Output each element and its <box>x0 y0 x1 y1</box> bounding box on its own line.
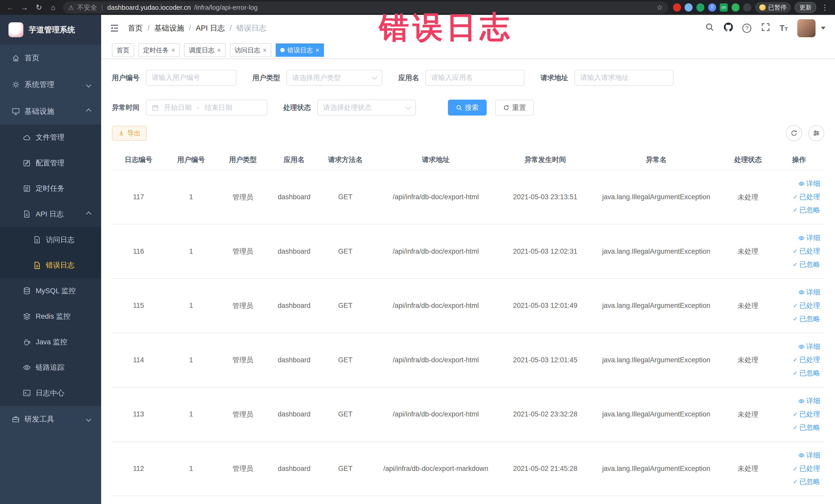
app-name-input[interactable] <box>425 70 524 86</box>
check-icon: ✓ <box>793 475 798 489</box>
process-status-select[interactable]: 请选择处理状态 <box>317 100 416 116</box>
chevron-down-icon <box>372 74 377 80</box>
action-ignored[interactable]: ✓已忽略 <box>774 258 820 271</box>
app-logo[interactable]: 芋道管理系统 <box>0 15 101 45</box>
extension-puzzle-icon[interactable] <box>743 3 751 11</box>
update-button[interactable]: 更新 <box>795 2 816 13</box>
tab-job[interactable]: 定时任务× <box>138 43 180 57</box>
eye-icon <box>798 181 805 187</box>
extension-red-icon[interactable] <box>673 3 681 11</box>
table-toolbar: 导出 <box>112 125 824 141</box>
extension-green-icon[interactable] <box>696 3 704 11</box>
action-ignored[interactable]: ✓已忽略 <box>774 204 820 217</box>
sidebar-item-label: 配置管理 <box>36 158 64 168</box>
action-processed[interactable]: ✓已处理 <box>774 462 820 476</box>
sidebar-item-config-manage[interactable]: 配置管理 <box>0 150 101 176</box>
sidebar-item-dev-tools[interactable]: 研发工具 <box>0 406 101 432</box>
export-button[interactable]: 导出 <box>112 126 147 141</box>
sidebar-item-redis[interactable]: Redis 监控 <box>0 303 101 329</box>
extension-grid-icon[interactable]: ⠿ <box>708 3 716 11</box>
sidebar-item-access-log[interactable]: 访问日志 <box>0 227 101 253</box>
breadcrumb-home[interactable]: 首页 <box>128 23 143 33</box>
sidebar-item-label: API 日志 <box>36 209 64 219</box>
reset-button[interactable]: 重置 <box>495 100 534 116</box>
tab-access-log[interactable]: 访问日志× <box>230 43 271 57</box>
sidebar-item-error-log[interactable]: 错误日志 <box>0 253 101 278</box>
table-row: 114 1 管理员 dashboard GET /api/infra/db-do… <box>112 333 824 387</box>
action-detail[interactable]: 详细 <box>774 449 820 462</box>
sidebar-item-trace[interactable]: 链路追踪 <box>0 355 101 381</box>
sidebar-item-file-manage[interactable]: 文件管理 <box>0 124 101 150</box>
sidebar-collapse-icon[interactable] <box>101 23 128 33</box>
sidebar-item-api-log[interactable]: API 日志 <box>0 201 101 227</box>
avatar[interactable] <box>797 19 815 38</box>
action-processed[interactable]: ✓已处理 <box>774 190 820 204</box>
close-icon[interactable]: × <box>263 46 267 54</box>
action-processed[interactable]: ✓已处理 <box>774 245 820 258</box>
sidebar-item-mysql[interactable]: MySQL 监控 <box>0 278 101 304</box>
sidebar-item-home[interactable]: 首页 <box>0 45 101 72</box>
table-row: 116 1 管理员 dashboard GET /api/infra/db-do… <box>112 224 824 279</box>
tab-home[interactable]: 首页 <box>112 43 134 57</box>
close-icon[interactable]: × <box>171 46 175 54</box>
request-url-label: 请求地址 <box>540 73 568 82</box>
tab-job-log[interactable]: 调度日志× <box>184 43 226 57</box>
sidebar-item-log-center[interactable]: 日志中心 <box>0 380 101 406</box>
check-icon: ✓ <box>793 367 798 380</box>
extension-on-icon[interactable]: on <box>720 3 728 11</box>
action-detail[interactable]: 详细 <box>774 340 820 354</box>
table-row: 117 1 管理员 dashboard GET /api/infra/db-do… <box>112 170 824 224</box>
breadcrumb-infra[interactable]: 基础设施 <box>154 23 184 33</box>
search-icon[interactable] <box>705 23 714 34</box>
paused-emoji-icon <box>759 4 766 11</box>
fullscreen-icon[interactable] <box>761 23 770 34</box>
bookmark-star-icon[interactable]: ☆ <box>657 3 663 12</box>
browser-back-icon[interactable]: ← <box>5 3 15 12</box>
action-processed[interactable]: ✓已处理 <box>774 299 820 313</box>
action-ignored[interactable]: ✓已忽略 <box>774 475 820 489</box>
paused-badge[interactable]: 已暂停 <box>755 2 791 13</box>
action-detail[interactable]: 详细 <box>774 231 820 245</box>
close-icon[interactable]: × <box>217 46 221 54</box>
check-icon: ✓ <box>793 408 798 421</box>
action-detail[interactable]: 详细 <box>774 177 820 190</box>
refresh-table-button[interactable] <box>786 125 802 141</box>
user-type-select[interactable]: 请选择用户类型 <box>286 70 382 86</box>
close-icon[interactable]: × <box>315 46 319 54</box>
browser-home-icon[interactable]: ⌂ <box>48 3 58 12</box>
address-bar[interactable]: ⚠ 不安全 | dashboard.yudao.iocoder.cn/infra… <box>63 2 668 13</box>
column-header: 日志编号 <box>112 150 165 170</box>
extension-blue-drop-icon[interactable] <box>685 3 693 11</box>
user-id-input[interactable] <box>146 70 237 86</box>
action-ignored[interactable]: ✓已忽略 <box>774 421 820 435</box>
action-detail[interactable]: 详细 <box>774 395 820 408</box>
sidebar-item-label: 研发工具 <box>24 414 54 424</box>
action-processed[interactable]: ✓已处理 <box>774 353 820 367</box>
sidebar-item-infra[interactable]: 基础设施 <box>0 98 101 125</box>
sidebar-submenu-infra: 文件管理 配置管理 定时任务 API 日志 访问日志 <box>0 124 101 406</box>
action-detail[interactable]: 详细 <box>774 286 820 299</box>
chevron-down-icon <box>406 104 411 109</box>
browser-reload-icon[interactable]: ↻ <box>34 3 44 12</box>
tab-error-log[interactable]: 错误日志× <box>276 43 324 57</box>
action-ignored[interactable]: ✓已忽略 <box>774 367 820 380</box>
help-icon[interactable]: ? <box>742 24 751 33</box>
github-icon[interactable] <box>724 23 733 34</box>
sidebar-item-job[interactable]: 定时任务 <box>0 176 101 202</box>
check-icon: ✓ <box>793 462 798 476</box>
exception-time-range-picker[interactable]: 开始日期 - 结束日期 <box>146 100 267 116</box>
action-processed[interactable]: ✓已处理 <box>774 408 820 421</box>
browser-menu-icon[interactable]: ⋮ <box>820 3 830 12</box>
breadcrumb-current: 错误日志 <box>237 23 266 33</box>
sidebar-item-system[interactable]: 系统管理 <box>0 72 101 98</box>
caret-down-icon[interactable] <box>821 27 826 29</box>
sidebar-item-java[interactable]: Java 监控 <box>0 329 101 355</box>
request-url-input[interactable] <box>574 70 674 86</box>
breadcrumb-api-log[interactable]: API 日志 <box>196 23 225 33</box>
action-ignored[interactable]: ✓已忽略 <box>774 313 820 326</box>
search-button[interactable]: 搜索 <box>448 100 487 116</box>
column-settings-button[interactable] <box>808 125 824 141</box>
extension-leaf-icon[interactable] <box>732 3 739 11</box>
font-size-icon[interactable]: TT <box>779 24 788 33</box>
browser-forward-icon[interactable]: → <box>20 3 29 12</box>
